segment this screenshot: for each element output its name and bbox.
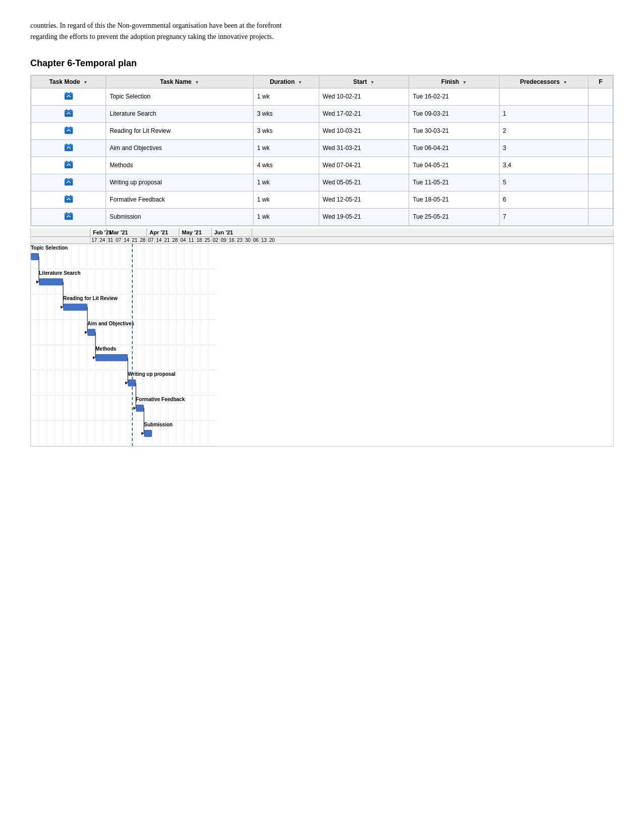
gantt-col <box>192 396 201 420</box>
task-mode-icon <box>64 125 74 135</box>
svg-rect-23 <box>70 178 71 180</box>
gantt-col <box>201 370 209 395</box>
gantt-col <box>112 396 120 420</box>
gantt-month-headers: Feb '21Mar '21Apr '21May '21Jun '21 <box>31 228 613 237</box>
svg-rect-13 <box>65 144 73 146</box>
task-icon-svg <box>64 194 74 204</box>
gantt-bar <box>87 329 95 336</box>
table-row: Literature Search3 wksWed 17-02-21Tue 09… <box>31 105 613 122</box>
gantt-day-label: 02 <box>211 237 219 243</box>
gantt-col <box>112 244 120 269</box>
gantt-col <box>176 295 184 319</box>
gantt-day-label: 23 <box>235 237 243 243</box>
task-name-cell: Literature Search <box>106 105 254 122</box>
gantt-table: Task Mode ▼ Task Name ▼ Duration ▼ Start… <box>31 75 613 226</box>
gantt-bar <box>136 405 144 412</box>
gantt-month-label: Apr '21 <box>146 228 179 236</box>
gantt-day-headers: 1724310714212807142128041118250209162330… <box>31 237 613 244</box>
task-finish-cell: Tue 18-05-21 <box>409 191 499 208</box>
task-mode-cell <box>31 122 106 139</box>
task-extra-cell <box>588 122 613 139</box>
table-row: Topic Selection1 wkWed 10-02-21Tue 16-02… <box>31 88 613 105</box>
svg-rect-10 <box>66 126 67 128</box>
gantt-day-label: 06 <box>252 237 260 243</box>
gantt-body-area: Topic SelectionLiterature SearchReading … <box>31 244 613 446</box>
gantt-col <box>71 345 79 370</box>
gantt-task-row: Aim and Objectives <box>31 320 217 345</box>
task-icon-svg <box>64 142 74 153</box>
task-pred-cell: 2 <box>499 122 588 139</box>
gantt-col <box>39 345 47 370</box>
col-predecessors-arrow[interactable]: ▼ <box>563 80 568 85</box>
task-start-cell: Wed 10-03-21 <box>319 122 409 139</box>
table-row: Submission1 wkWed 19-05-21Tue 25-05-217 <box>31 208 613 225</box>
gantt-col <box>176 421 184 446</box>
gantt-col <box>192 320 201 345</box>
task-finish-cell: Tue 16-02-21 <box>409 88 499 105</box>
gantt-col <box>168 295 176 319</box>
gantt-col <box>79 370 87 395</box>
gantt-col <box>31 396 39 420</box>
gantt-col <box>47 345 55 370</box>
gantt-col <box>184 320 192 345</box>
task-finish-cell: Tue 11-05-21 <box>409 174 499 191</box>
task-extra-cell <box>588 174 613 191</box>
task-mode-icon <box>64 142 74 153</box>
gantt-col <box>176 269 184 294</box>
gantt-bar <box>39 278 63 285</box>
gantt-task-label: Topic Selection <box>31 245 68 251</box>
gantt-task-row: Formative Feedback <box>31 396 217 421</box>
task-icon-svg <box>64 108 74 118</box>
gantt-col <box>104 244 112 269</box>
gantt-col <box>144 269 152 294</box>
col-task-name: Task Name ▼ <box>106 75 254 88</box>
gantt-col <box>176 320 184 345</box>
svg-rect-14 <box>66 143 67 145</box>
gantt-col <box>104 396 112 420</box>
col-start-arrow[interactable]: ▼ <box>370 80 375 85</box>
gantt-col <box>192 345 201 370</box>
col-task-mode-arrow[interactable]: ▼ <box>83 80 88 85</box>
gantt-col <box>95 269 104 294</box>
gantt-col <box>39 421 47 446</box>
gantt-col <box>79 345 87 370</box>
gantt-day-label: 18 <box>195 237 203 243</box>
col-finish-arrow[interactable]: ▼ <box>462 80 467 85</box>
task-mode-cell <box>31 88 106 105</box>
gantt-task-row: Submission <box>31 421 217 446</box>
task-start-cell: Wed 07-04-21 <box>319 157 409 174</box>
task-mode-icon <box>64 211 74 221</box>
gantt-col <box>152 269 160 294</box>
gantt-day-label: 30 <box>243 237 252 243</box>
gantt-col <box>160 269 168 294</box>
task-name-cell: Topic Selection <box>106 88 254 105</box>
task-duration-cell: 1 wk <box>254 208 319 225</box>
gantt-task-label: Formative Feedback <box>136 397 185 402</box>
col-task-name-arrow[interactable]: ▼ <box>195 80 200 85</box>
task-duration-cell: 1 wk <box>254 139 319 157</box>
task-start-cell: Wed 19-05-21 <box>319 208 409 225</box>
gantt-col <box>63 396 71 420</box>
task-duration-cell: 1 wk <box>254 174 319 191</box>
gantt-col <box>168 269 176 294</box>
gantt-col <box>47 320 55 345</box>
gantt-col <box>176 370 184 395</box>
svg-rect-5 <box>65 110 73 112</box>
gantt-col <box>31 269 39 294</box>
gantt-col <box>71 396 79 420</box>
task-duration-cell: 1 wk <box>254 191 319 208</box>
col-duration-arrow[interactable]: ▼ <box>298 80 303 85</box>
gantt-chart-wrapper: Feb '21Mar '21Apr '21May '21Jun '21 1724… <box>30 228 614 447</box>
gantt-col <box>192 421 201 446</box>
gantt-col <box>209 345 217 370</box>
gantt-day-label: 20 <box>268 237 276 243</box>
gantt-day-label: 07 <box>146 237 155 243</box>
gantt-col <box>87 370 95 395</box>
gantt-task-label: Submission <box>144 422 173 427</box>
gantt-day-label: 04 <box>179 237 187 243</box>
task-duration-cell: 3 wks <box>254 105 319 122</box>
task-finish-cell: Tue 04-05-21 <box>409 157 499 174</box>
gantt-col <box>79 320 87 345</box>
gantt-day-label: 13 <box>260 237 268 243</box>
gantt-col <box>95 396 104 420</box>
